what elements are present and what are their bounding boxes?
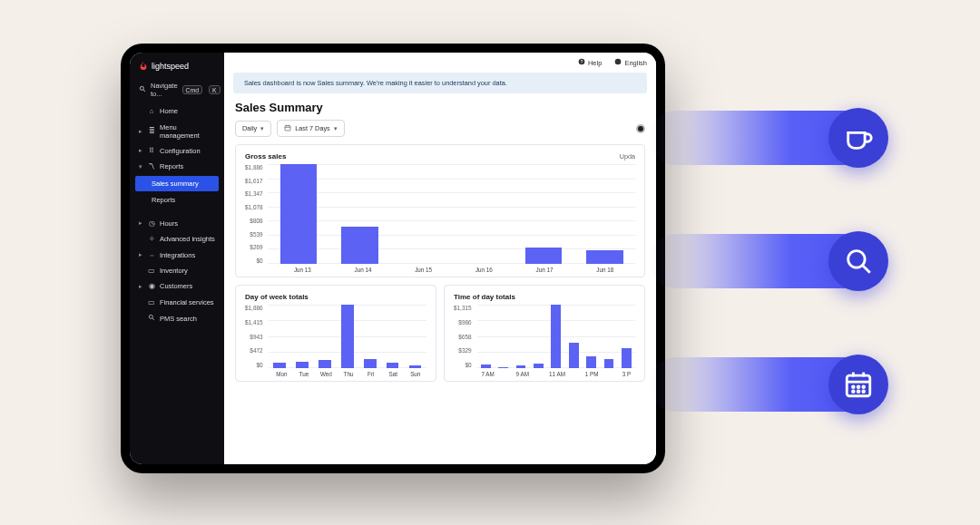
- menu-icon: ≣: [148, 127, 155, 135]
- dow-chart: $1,886$1,415$943$472$0: [245, 305, 426, 368]
- decorative-pill-search: [649, 234, 885, 288]
- search-icon: [139, 85, 146, 94]
- svg-point-22: [863, 391, 865, 393]
- sidebar-item-configuration[interactable]: ▸ ⠿ Configuration: [130, 143, 224, 159]
- screen: lightspeed Navigate to... Cmd K ⌂ Home ▸: [130, 53, 656, 464]
- gross-sales-card: Gross sales Upda $1,886$1,617$1,347$1,07…: [235, 144, 645, 277]
- box-icon: ▭: [148, 267, 155, 275]
- main: ? Help English Sales dashboard is now Sa…: [224, 53, 656, 464]
- sidebar-item-advanced-insights[interactable]: ✧ Advanced insights: [130, 231, 224, 247]
- dow-title: Day of week totals: [245, 293, 309, 301]
- svg-point-19: [863, 386, 865, 388]
- sidebar-item-financial-services[interactable]: ▭ Financial services: [130, 295, 224, 310]
- tod-title: Time of day totals: [454, 293, 515, 301]
- tod-totals-card: Time of day totals $1,315$986$658$329$0 …: [444, 285, 645, 382]
- chart-icon: 〽: [148, 162, 155, 170]
- sidebar-item-reports[interactable]: ▾ 〽 Reports: [130, 159, 224, 174]
- svg-line-1: [143, 90, 145, 92]
- config-icon: ⠿: [148, 147, 155, 155]
- decorative-pill-calendar: [649, 357, 885, 412]
- svg-point-20: [852, 391, 854, 393]
- search-icon: [148, 314, 155, 323]
- language-select[interactable]: English: [614, 58, 647, 67]
- sidebar-menu: ⌂ Home ▸ ≣ Menu management ▸ ⠿ Configura…: [130, 103, 224, 326]
- decorative-pill-coffee: [649, 111, 885, 165]
- help-link[interactable]: ? Help: [578, 58, 602, 67]
- svg-point-17: [852, 386, 854, 388]
- sidebar-item-pms-search[interactable]: PMS search: [130, 310, 224, 326]
- kbd-cmd: Cmd: [182, 85, 202, 94]
- tod-chart: $1,315$986$658$329$0: [454, 305, 635, 368]
- sidebar-item-reports-sub[interactable]: Reports: [130, 192, 224, 208]
- spark-icon: ✧: [148, 235, 155, 243]
- gross-sales-title: Gross sales: [245, 152, 286, 160]
- svg-point-21: [858, 391, 859, 393]
- help-icon: ?: [578, 58, 585, 67]
- sidebar-item-inventory[interactable]: ▭ Inventory: [130, 263, 224, 278]
- svg-point-11: [848, 251, 865, 267]
- date-range-select[interactable]: Last 7 Days ▾: [277, 120, 345, 137]
- page: Sales Summary Daily ▾ Last 7 Days ▾: [224, 99, 656, 464]
- toggle-dot[interactable]: [636, 124, 645, 133]
- navigate-label: Navigate to...: [151, 82, 178, 98]
- kbd-k: K: [209, 85, 220, 94]
- brand-name: lightspeed: [152, 62, 189, 71]
- plug-icon: ⎓: [148, 251, 155, 259]
- svg-point-6: [615, 59, 622, 65]
- calendar-icon: [828, 355, 888, 414]
- svg-rect-7: [285, 125, 290, 130]
- sidebar-item-customers[interactable]: ▸ ◉ Customers: [130, 278, 224, 294]
- brand: lightspeed: [130, 53, 224, 78]
- svg-point-2: [149, 315, 152, 318]
- svg-text:?: ?: [581, 60, 583, 64]
- card-icon: ▭: [148, 298, 155, 306]
- sidebar: lightspeed Navigate to... Cmd K ⌂ Home ▸: [130, 53, 224, 464]
- sidebar-item-hours[interactable]: ▸ ◷ Hours: [130, 216, 224, 231]
- coffee-icon: [828, 108, 888, 168]
- svg-line-3: [152, 318, 154, 320]
- globe-icon: [614, 58, 622, 67]
- tablet-device: lightspeed Navigate to... Cmd K ⌂ Home ▸: [121, 44, 665, 473]
- navigate-to[interactable]: Navigate to... Cmd K: [130, 78, 224, 103]
- sidebar-item-menu-management[interactable]: ▸ ≣ Menu management: [130, 119, 224, 142]
- sidebar-item-sales-summary[interactable]: Sales summary: [135, 176, 219, 191]
- granularity-select[interactable]: Daily ▾: [235, 121, 271, 137]
- svg-line-12: [863, 266, 870, 273]
- chevron-down-icon: ▾: [334, 125, 338, 132]
- user-icon: ◉: [148, 282, 155, 290]
- dow-totals-card: Day of week totals $1,886$1,415$943$472$…: [235, 285, 436, 382]
- controls-row: Daily ▾ Last 7 Days ▾: [235, 120, 645, 137]
- page-title: Sales Summary: [235, 101, 645, 114]
- flame-icon: [139, 60, 148, 73]
- home-icon: ⌂: [148, 107, 155, 115]
- info-banner: Sales dashboard is now Sales summary. We…: [233, 73, 647, 93]
- language-label: English: [624, 59, 647, 67]
- svg-point-18: [858, 386, 859, 388]
- svg-point-0: [140, 86, 143, 90]
- secondary-charts-row: Day of week totals $1,886$1,415$943$472$…: [235, 285, 645, 382]
- chevron-down-icon: ▾: [260, 125, 264, 132]
- search-icon: [828, 231, 888, 291]
- gross-updated: Upda: [620, 152, 635, 160]
- sidebar-item-home[interactable]: ⌂ Home: [130, 103, 224, 119]
- sidebar-item-integrations[interactable]: ▸ ⎓ Integrations: [130, 247, 224, 262]
- help-label: Help: [588, 59, 602, 67]
- topbar: ? Help English: [224, 53, 656, 71]
- gross-sales-chart: $1,886$1,617$1,347$1,078$808$539$269$0: [245, 164, 635, 264]
- clock-icon: ◷: [148, 219, 155, 228]
- calendar-icon: [284, 124, 291, 133]
